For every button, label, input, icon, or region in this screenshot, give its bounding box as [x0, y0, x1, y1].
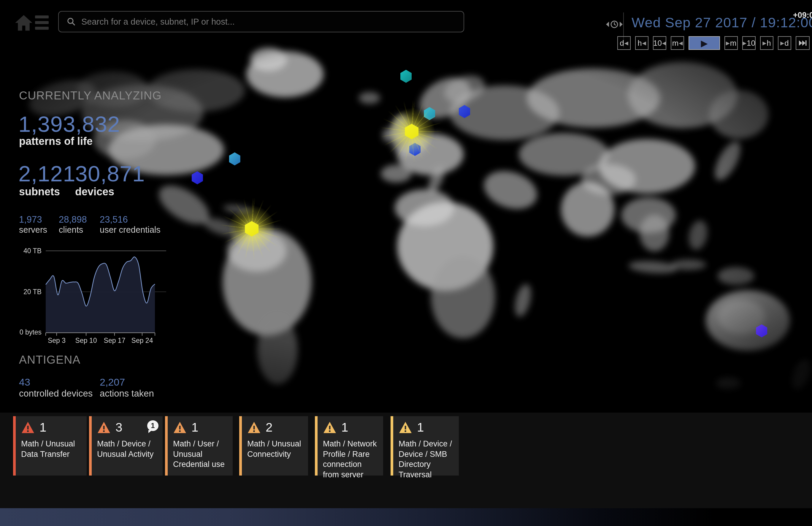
subnets-label: subnets: [19, 186, 60, 198]
credentials-count: 23,516: [100, 214, 128, 225]
step-back-icon: ◀: [662, 41, 666, 46]
warning-icon: [323, 421, 336, 434]
alert-count: 1: [417, 420, 424, 435]
alert-card[interactable]: 31Math / Device / Unusual Activity: [89, 416, 163, 475]
alert-card[interactable]: 1Math / Device / Device / SMB Directory …: [391, 416, 459, 475]
bottom-panel: 1Math / Unusual Data Transfer31Math / De…: [0, 413, 812, 508]
playback-controls: d◀h◀10◀m◀▶▶m▶10▶h▶d: [617, 36, 810, 50]
alert-model-name: Math / Device / Unusual Activity: [97, 439, 158, 459]
alert-card[interactable]: 2Math / Unusual Connectivity: [239, 416, 308, 475]
alert-count: 2: [266, 420, 273, 435]
playback-skip-to-now[interactable]: [796, 36, 810, 50]
servers-count: 1,973: [19, 214, 42, 225]
alert-card[interactable]: 1Math / User / Unusual Credential use: [165, 416, 233, 475]
devices-label: devices: [75, 186, 114, 198]
comment-count-badge[interactable]: 1: [147, 420, 159, 431]
home-icon[interactable]: [14, 14, 33, 31]
ytick-0: 0 bytes: [12, 328, 42, 336]
devices-count: 30,871: [75, 161, 145, 186]
alert-count: 1: [191, 420, 198, 435]
playback-play[interactable]: ▶: [688, 36, 720, 50]
warning-icon: [21, 421, 35, 434]
step-label: h: [638, 39, 642, 48]
step-label: 10: [653, 39, 662, 48]
subnets-count: 2,121: [18, 161, 76, 186]
search-bar[interactable]: [58, 11, 464, 32]
playback-step-back-day[interactable]: d◀: [617, 36, 631, 50]
alert-model-name: Math / User / Unusual Credential use: [173, 439, 228, 470]
menu-icon[interactable]: [35, 15, 49, 32]
step-label: d: [784, 39, 788, 48]
controlled-devices-count: 43: [19, 376, 30, 388]
alert-model-name: Math / Unusual Data Transfer: [21, 439, 82, 459]
servers-label: servers: [19, 225, 47, 235]
alert-model-name: Math / Unusual Connectivity: [247, 439, 303, 459]
step-back-icon: ◀: [642, 41, 646, 46]
playback-step-fwd-min[interactable]: ▶m: [724, 36, 738, 50]
alert-count: 1: [341, 420, 348, 435]
actions-taken-label: actions taken: [100, 388, 154, 399]
clients-label: clients: [59, 225, 83, 235]
bandwidth-chart[interactable]: [46, 251, 155, 333]
timeline-strip: [0, 508, 812, 526]
alert-card[interactable]: 1Math / Network Profile / Rare connectio…: [315, 416, 383, 475]
ytick-20tb: 20 TB: [12, 288, 42, 296]
warning-icon: [247, 421, 261, 434]
step-forward-icon: ▶: [742, 41, 746, 46]
warning-icon: [398, 421, 412, 434]
step-label: d: [620, 39, 624, 48]
threat-visualizer: Wed Sep 27 2017 / 19:12:00 +09:00 d◀h◀10…: [0, 0, 812, 526]
playback-step-back-hour[interactable]: h◀: [635, 36, 649, 50]
step-back-icon: ◀: [679, 41, 683, 46]
alert-model-name: Math / Device / Device / SMB Directory T…: [398, 439, 454, 480]
step-label: m: [730, 39, 737, 48]
step-forward-icon: ▶: [726, 41, 730, 46]
alert-card[interactable]: 1Math / Unusual Data Transfer: [13, 416, 87, 475]
section-currently-analyzing: CURRENTLY ANALYZING: [19, 89, 162, 102]
skip-to-end-icon: [798, 39, 807, 47]
ytick-40tb: 40 TB: [12, 247, 42, 255]
time-nav-icon[interactable]: [605, 18, 624, 30]
step-forward-icon: ▶: [763, 41, 766, 46]
xtick-sep24: Sep 24: [124, 337, 160, 345]
section-antigena: ANTIGENA: [19, 353, 81, 366]
search-icon: [67, 17, 76, 26]
playback-step-back-10min[interactable]: 10◀: [653, 36, 666, 50]
patterns-count: 1,393,832: [18, 111, 120, 137]
warning-icon: [97, 421, 111, 434]
step-forward-icon: ▶: [780, 41, 784, 46]
credentials-label: user credentials: [100, 225, 161, 235]
play-icon: ▶: [701, 38, 708, 48]
playback-step-fwd-day[interactable]: ▶d: [778, 36, 791, 50]
controlled-devices-label: controlled devices: [19, 388, 92, 399]
actions-taken-count: 2,207: [100, 376, 125, 388]
step-label: 10: [747, 39, 755, 48]
step-label: h: [767, 39, 771, 48]
patterns-label: patterns of life: [19, 135, 92, 147]
search-input[interactable]: [81, 17, 464, 27]
step-back-icon: ◀: [624, 41, 628, 46]
alert-model-name: Math / Network Profile / Rare connection…: [323, 439, 378, 480]
playback-step-fwd-10min[interactable]: ▶10: [742, 36, 756, 50]
current-datetime[interactable]: Wed Sep 27 2017 / 19:12:00: [632, 14, 793, 31]
alert-count: 1: [40, 420, 46, 435]
warning-icon: [173, 421, 187, 434]
alert-count: 3: [115, 420, 122, 435]
step-label: m: [672, 39, 679, 48]
timezone-offset: +09:00: [793, 11, 812, 20]
playback-step-fwd-hour[interactable]: ▶h: [760, 36, 773, 50]
playback-step-back-min[interactable]: m◀: [671, 36, 684, 50]
clients-count: 28,898: [59, 214, 87, 225]
